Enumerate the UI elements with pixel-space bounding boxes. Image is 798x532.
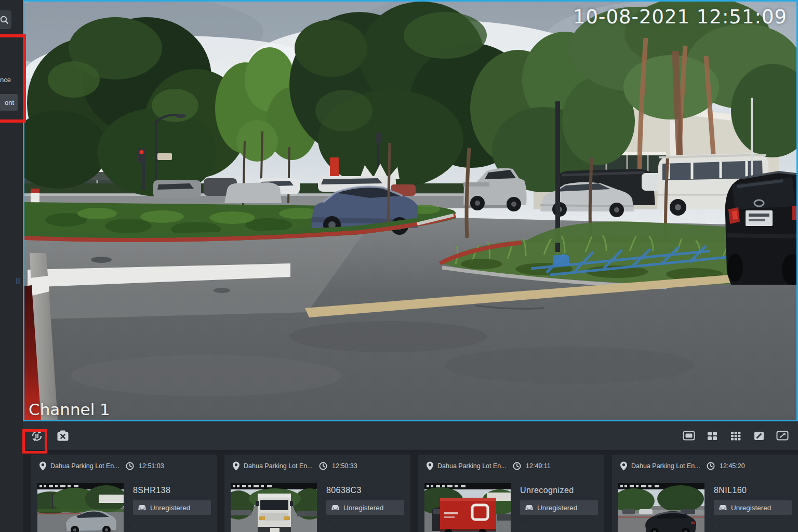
edit-view-button[interactable]: [752, 429, 766, 443]
event-note: -: [134, 522, 136, 529]
black-suv-rear: [725, 172, 796, 285]
parking-lot-video-frame: [24, 2, 796, 420]
vehicle-event-card-4[interactable]: Dahua Parking Lot En... 12:45:20 8NIL160…: [612, 455, 798, 532]
pause-refresh-button[interactable]: [30, 429, 44, 443]
plate-number: 8NIL160: [714, 486, 747, 495]
vehicle-snapshot[interactable]: [37, 483, 124, 532]
snapshot-gray-sedan: [37, 483, 124, 532]
vehicle-event-card-3[interactable]: Dahua Parking Lot En... 12:49:11 Unrecog…: [418, 455, 604, 532]
vehicle-icon: [719, 504, 727, 511]
event-panel: Dahua Parking Lot En... 12:51:03 8SHR138…: [23, 451, 798, 532]
event-time: 12:51:03: [139, 462, 164, 470]
vehicle-snapshot[interactable]: [618, 483, 704, 532]
grid-2x2-view-button[interactable]: [705, 429, 720, 443]
vehicle-snapshot[interactable]: [424, 483, 511, 532]
event-note: -: [327, 522, 329, 529]
event-time: 12:50:33: [332, 462, 357, 470]
snapshot-dark-sedan: [618, 483, 704, 532]
video-channel-label: Channel 1: [29, 400, 110, 419]
grid-3x3-icon: [730, 431, 741, 441]
registration-status-badge: Unregistered: [520, 500, 598, 515]
status-label: Unregistered: [150, 504, 190, 512]
event-card-header: Dahua Parking Lot En... 12:51:03: [39, 461, 164, 471]
event-time: 12:49:11: [526, 462, 551, 470]
event-note: -: [715, 522, 717, 529]
fullscreen-icon: [776, 431, 789, 441]
event-card-header: Dahua Parking Lot En... 12:50:33: [232, 461, 357, 471]
event-card-header: Dahua Parking Lot En... 12:45:20: [620, 461, 745, 471]
clock-icon: [126, 462, 134, 470]
sidebar-item-front[interactable]: ont: [0, 94, 18, 111]
event-card-header: Dahua Parking Lot En... 12:49:11: [426, 461, 551, 471]
sidebar-item-entrance[interactable]: nce: [0, 76, 19, 84]
clock-icon: [707, 462, 715, 470]
vehicle-icon: [331, 504, 340, 511]
vehicle-icon: [525, 504, 534, 511]
search-icon: [0, 15, 9, 24]
single-view-icon: [683, 431, 695, 441]
snapshot-red-box-truck: [424, 483, 511, 532]
status-label: Unregistered: [731, 504, 771, 512]
snapshot-white-truck: [231, 483, 317, 532]
vehicle-snapshot[interactable]: [231, 483, 317, 532]
registration-status-badge: Unregistered: [326, 500, 404, 515]
clear-events-icon: [56, 430, 70, 442]
single-view-button[interactable]: [682, 429, 696, 443]
plate-number: 8SHR138: [133, 486, 170, 495]
event-toolbar: [23, 421, 798, 451]
vehicle-event-card-2[interactable]: Dahua Parking Lot En... 12:50:33 80638C3…: [224, 455, 410, 532]
sidebar-collapse-handle[interactable]: ||: [16, 277, 20, 284]
location-pin-icon: [39, 461, 47, 471]
clear-events-button[interactable]: [56, 429, 70, 443]
plate-number: Unrecognized: [520, 486, 574, 495]
event-location: Dahua Parking Lot En...: [437, 462, 509, 470]
grid-2x2-icon: [707, 431, 718, 441]
registration-status-badge: Unregistered: [714, 500, 792, 515]
vehicle-event-card-1[interactable]: Dahua Parking Lot En... 12:51:03 8SHR138…: [31, 455, 217, 532]
status-label: Unregistered: [343, 504, 383, 512]
location-pin-icon: [620, 461, 628, 471]
plate-number: 80638C3: [326, 486, 362, 495]
registration-status-badge: Unregistered: [133, 500, 211, 515]
event-location: Dahua Parking Lot En...: [50, 462, 122, 470]
grid-3x3-view-button[interactable]: [728, 429, 743, 443]
clock-icon: [319, 462, 327, 470]
fullscreen-button[interactable]: [775, 429, 790, 443]
vehicle-icon: [138, 504, 147, 511]
pause-refresh-icon: [30, 429, 44, 443]
status-label: Unregistered: [537, 504, 577, 512]
search-button[interactable]: [0, 10, 11, 29]
clock-icon: [513, 462, 521, 470]
video-timestamp-overlay: 10-08-2021 12:51:09: [573, 6, 787, 28]
event-time: 12:45:20: [720, 462, 745, 470]
event-location: Dahua Parking Lot En...: [631, 462, 703, 470]
live-video-tile[interactable]: 10-08-2021 12:51:09 Channel 1: [23, 0, 798, 421]
event-location: Dahua Parking Lot En...: [244, 462, 315, 470]
edit-view-icon: [753, 431, 765, 441]
location-pin-icon: [232, 461, 240, 471]
left-sidebar: nce ont ||: [0, 0, 23, 532]
event-note: -: [521, 522, 523, 529]
location-pin-icon: [426, 461, 434, 471]
